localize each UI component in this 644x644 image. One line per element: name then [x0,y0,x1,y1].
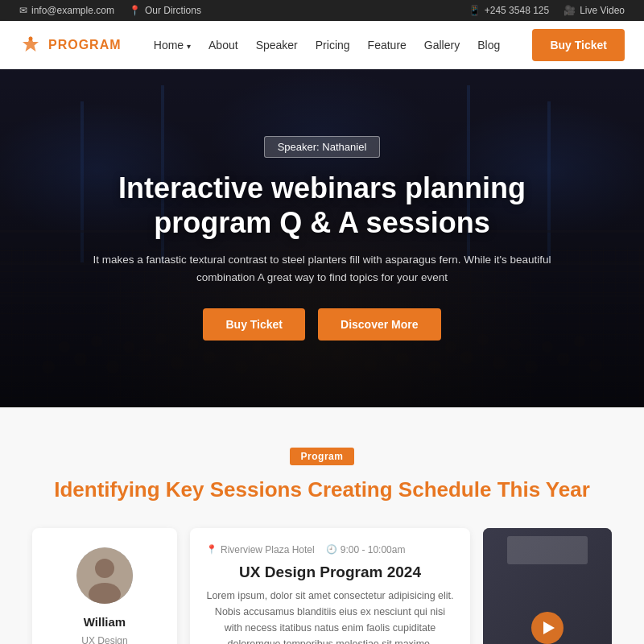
nav-blog[interactable]: Blog [477,39,500,52]
svg-point-45 [95,559,114,578]
event-location: 📍 Riverview Plaza Hotel [206,544,315,555]
avatar-image [76,547,133,604]
phone-item: 📱 +245 3548 125 [469,5,549,16]
speaker-name: William [84,615,126,629]
hero-section: Speaker: Nathaniel Interactive webinars … [0,69,644,407]
nav-feature[interactable]: Feature [368,39,407,52]
event-meta: 📍 Riverview Plaza Hotel 🕘 9:00 - 10:00am [206,544,454,555]
top-bar-left: ✉ info@example.com 📍 Our Dirctions [19,5,201,16]
hero-title: Interactive webinars planning program Q … [80,171,564,240]
hero-content: Speaker: Nathaniel Interactive webinars … [64,136,580,341]
section-title: Identifying Key Sessions Creating Schedu… [32,477,612,504]
phone-icon: 📱 [469,5,481,16]
section-tag: Program [290,448,355,465]
video-icon: 🎥 [564,5,576,16]
location-item: 📍 Our Dirctions [129,5,201,16]
card-row: William UX Design Morning Breakfast Live… [32,528,612,644]
clock-meta-icon: 🕘 [326,544,337,555]
nav-links: Home ▾ About Speaker Pricing Feature Gal… [154,39,500,52]
hero-buy-ticket-button[interactable]: Buy Ticket [203,308,305,341]
brand[interactable]: PROGRAM [19,34,122,56]
program-section: Program Identifying Key Sessions Creatin… [0,407,644,644]
speaker-badge: Speaker: Nathaniel [264,136,381,158]
chevron-down-icon: ▾ [187,42,191,51]
nav-home[interactable]: Home ▾ [154,39,191,52]
play-button[interactable] [531,612,564,644]
live-video-item[interactable]: 🎥 Live Video [564,5,625,16]
event-time-text: 9:00 - 10:00am [341,544,406,555]
nav-pricing[interactable]: Pricing [316,39,350,52]
phone-text: +245 3548 125 [485,5,549,16]
svg-point-0 [29,37,33,41]
avatar [76,547,133,604]
event-location-text: Riverview Plaza Hotel [221,544,315,555]
event-title: UX Design Program 2024 [206,564,454,581]
speaker-card: William UX Design Morning Breakfast Live… [32,528,177,644]
location-meta-icon: 📍 [206,544,217,555]
speaker-role: UX Design [81,635,127,644]
event-card: 📍 Riverview Plaza Hotel 🕘 9:00 - 10:00am… [190,528,470,644]
play-icon [543,621,555,634]
event-time: 🕘 9:00 - 10:00am [326,544,406,555]
nav-speaker[interactable]: Speaker [256,39,298,52]
brand-name: PROGRAM [48,38,122,52]
live-video-text: Live Video [580,5,625,16]
hero-discover-more-button[interactable]: Discover More [318,308,440,341]
brand-icon [19,34,42,56]
hero-description: It makes a fantastic textural contrast t… [80,251,564,286]
hero-buttons: Buy Ticket Discover More [80,308,564,341]
nav-gallery[interactable]: Gallery [424,39,460,52]
video-thumbnail[interactable] [483,528,612,644]
navbar: PROGRAM Home ▾ About Speaker Pricing Fea… [0,21,644,69]
email-text: info@example.com [31,5,114,16]
email-icon: ✉ [19,5,27,16]
video-overlay [483,528,612,644]
top-bar-right: 📱 +245 3548 125 🎥 Live Video [469,5,625,16]
location-icon: 📍 [129,5,141,16]
location-text: Our Dirctions [145,5,201,16]
event-description: Lorem ipsum, dolor sit amet consectetur … [206,588,454,644]
navbar-buy-ticket-button[interactable]: Buy Ticket [532,29,625,61]
top-bar: ✉ info@example.com 📍 Our Dirctions 📱 +24… [0,0,644,21]
nav-about[interactable]: About [208,39,238,52]
email-item: ✉ info@example.com [19,5,114,16]
